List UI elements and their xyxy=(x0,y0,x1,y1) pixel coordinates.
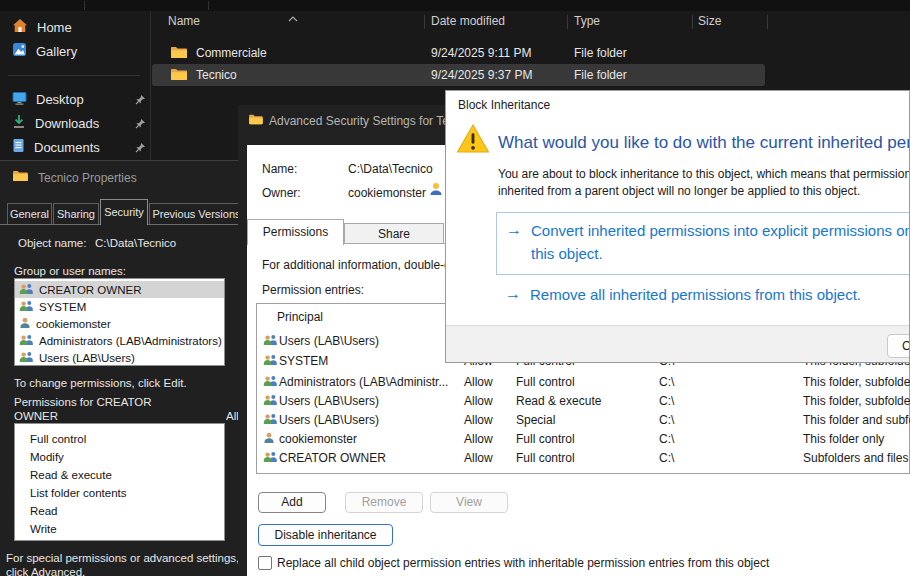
group-item-creator-owner[interactable]: CREATOR OWNER xyxy=(15,281,224,298)
name-value: C:\Data\Tecnico xyxy=(348,162,433,176)
column-separator[interactable] xyxy=(567,15,568,29)
file-row-tecnico[interactable]: Tecnico 9/24/2025 9:37 PM File folder xyxy=(152,64,765,86)
tab-sharing[interactable]: Sharing xyxy=(53,203,99,224)
advanced-hint-line2: click Advanced. xyxy=(6,566,85,576)
column-separator[interactable] xyxy=(767,15,768,29)
column-separator[interactable] xyxy=(424,15,425,29)
file-name: Commerciale xyxy=(196,46,267,60)
dialog-body-line2: inherited from a parent object will no l… xyxy=(498,184,860,198)
cell-access: Full control xyxy=(516,432,575,446)
permission-item[interactable]: List folder contents xyxy=(15,487,224,505)
cell-inherited-from: C:\ xyxy=(659,451,674,465)
table-row[interactable]: Users (LAB\Users) Allow Special C:\ This… xyxy=(257,413,910,430)
group-item-system[interactable]: SYSTEM xyxy=(15,298,224,315)
cell-principal: CREATOR OWNER xyxy=(279,451,386,465)
view-button[interactable]: View xyxy=(430,492,508,513)
column-header-date[interactable]: Date modified xyxy=(431,14,505,28)
column-header-name[interactable]: Name xyxy=(168,14,200,28)
file-date: 9/24/2025 9:11 PM xyxy=(431,46,532,60)
cell-type: Allow xyxy=(464,432,493,446)
replace-permissions-checkbox[interactable] xyxy=(258,556,272,570)
disable-inheritance-button[interactable]: Disable inheritance xyxy=(258,524,393,546)
sidebar-item-label: Gallery xyxy=(36,44,77,59)
cell-type: Allow xyxy=(464,375,493,389)
group-item-label: Users (LAB\Users) xyxy=(39,352,135,364)
object-name-value: C:\Data\Tecnico xyxy=(95,237,176,249)
folder-icon xyxy=(12,170,28,184)
sidebar-item-desktop[interactable]: Desktop xyxy=(4,88,146,110)
group-item-users[interactable]: Users (LAB\Users) xyxy=(15,349,224,366)
cell-type: Allow xyxy=(464,451,493,465)
sidebar-item-label: Downloads xyxy=(35,116,99,131)
tab-security[interactable]: Security xyxy=(100,199,148,225)
permission-item[interactable]: Read & execute xyxy=(15,469,224,487)
permission-item[interactable]: Write xyxy=(15,523,224,541)
column-header-type[interactable]: Type xyxy=(574,14,600,28)
sidebar-item-label: Home xyxy=(37,20,72,35)
group-icon xyxy=(19,351,34,365)
sidebar-item-label: Documents xyxy=(34,140,100,155)
sort-ascending-icon xyxy=(288,11,298,25)
tab-share[interactable]: Share xyxy=(344,223,444,244)
pin-icon[interactable] xyxy=(135,141,146,156)
table-row[interactable]: cookiemonster Allow Full control C:\ Thi… xyxy=(257,432,910,449)
cell-inherited-from: C:\ xyxy=(659,413,674,427)
permission-item[interactable]: Full control xyxy=(15,433,224,451)
table-row[interactable]: Administrators (LAB\Administr... Allow F… xyxy=(257,375,910,392)
group-item-cookiemonster[interactable]: cookiemonster xyxy=(15,315,224,332)
tab-previous-versions[interactable]: Previous Versions xyxy=(149,203,238,224)
owner-value: cookiemonster xyxy=(348,186,426,200)
remove-button[interactable]: Remove xyxy=(345,492,423,513)
cell-principal: Users (LAB\Users) xyxy=(279,413,379,427)
permission-item[interactable]: Modify xyxy=(15,451,224,469)
pin-icon[interactable] xyxy=(135,93,146,108)
cell-type: Allow xyxy=(464,413,493,427)
remove-permissions-option[interactable]: → Remove all inherited permissions from … xyxy=(496,283,910,307)
convert-permissions-option[interactable]: → Convert inherited permissions into exp… xyxy=(496,212,910,275)
permissions-for-label-line1: Permissions for CREATOR xyxy=(14,396,152,408)
group-item-label: cookiemonster xyxy=(36,318,111,330)
pin-icon[interactable] xyxy=(135,117,146,132)
group-icon xyxy=(263,394,278,409)
dialog-title: Block Inheritance xyxy=(458,98,550,112)
file-row-commerciale[interactable]: Commerciale 9/24/2025 9:11 PM File folde… xyxy=(152,42,765,64)
file-type: File folder xyxy=(574,68,627,82)
group-icon xyxy=(19,334,34,348)
cell-access: Full control xyxy=(516,451,575,465)
table-row[interactable]: CREATOR OWNER Allow Full control C:\ Sub… xyxy=(257,451,910,468)
group-icon xyxy=(263,375,278,390)
arrow-right-icon: → xyxy=(506,221,522,239)
convert-option-line2: this object. xyxy=(531,245,603,262)
name-label: Name: xyxy=(262,162,297,176)
edit-hint: To change permissions, click Edit. xyxy=(14,377,187,389)
group-item-administrators[interactable]: Administrators (LAB\Administrators) xyxy=(15,332,224,349)
tab-general[interactable]: General xyxy=(7,203,52,224)
permission-item[interactable]: Read xyxy=(15,505,224,523)
column-separator[interactable] xyxy=(692,15,693,29)
cell-inherited-from: C:\ xyxy=(659,432,674,446)
user-icon xyxy=(19,317,31,331)
warning-icon xyxy=(456,123,490,157)
tab-permissions[interactable]: Permissions xyxy=(247,219,344,245)
cell-principal: Users (LAB\Users) xyxy=(279,394,379,408)
sidebar-item-label: Desktop xyxy=(36,92,84,107)
group-user-list: CREATOR OWNER SYSTEM cookiemonster Admin… xyxy=(14,278,225,366)
sidebar-item-home[interactable]: Home xyxy=(4,16,146,38)
principal-column-header[interactable]: Principal xyxy=(277,310,323,324)
table-row[interactable]: Users (LAB\Users) Allow Read & execute C… xyxy=(257,394,910,411)
add-button[interactable]: Add xyxy=(258,492,326,513)
sidebar-item-downloads[interactable]: Downloads xyxy=(4,112,146,134)
cell-principal: Users (LAB\Users) xyxy=(279,334,379,348)
cell-inherited-from: C:\ xyxy=(659,375,674,389)
cancel-button[interactable]: Cancel xyxy=(887,334,910,358)
block-inheritance-dialog: Block Inheritance What would you like to… xyxy=(445,90,910,363)
sidebar-item-gallery[interactable]: Gallery xyxy=(4,40,146,62)
cell-applies-to: This folder, subfolders and files xyxy=(803,394,910,408)
owner-user-icon xyxy=(429,182,443,199)
dialog-body-line1: You are about to block inheritance to th… xyxy=(498,167,910,181)
cell-applies-to: This folder, subfolders and files xyxy=(803,375,910,389)
group-item-label: Administrators (LAB\Administrators) xyxy=(39,335,222,347)
sidebar-item-documents[interactable]: Documents xyxy=(4,136,146,158)
column-header-size[interactable]: Size xyxy=(698,14,721,28)
sidebar-divider xyxy=(8,75,140,76)
